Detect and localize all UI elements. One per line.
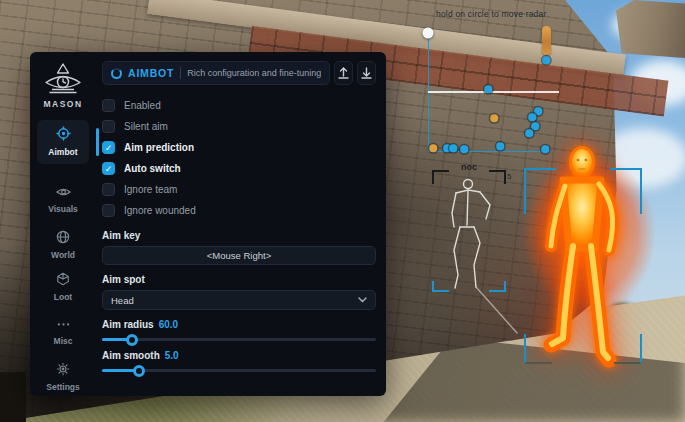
sidebar-item-label: World xyxy=(37,250,89,260)
sidebar-item-world[interactable]: World xyxy=(37,224,89,268)
radar-dot xyxy=(541,145,549,153)
sidebar-item-label: Settings xyxy=(37,382,89,392)
sidebar-item-settings[interactable]: Settings xyxy=(37,356,89,400)
brand-name: MASON xyxy=(30,99,96,109)
checkbox-label: Aim prediction xyxy=(124,142,194,153)
radar-dot xyxy=(528,113,536,121)
chevron-down-icon xyxy=(358,297,367,303)
radar-dot xyxy=(460,145,468,153)
esp-player-box xyxy=(524,168,642,364)
bracket-corner xyxy=(610,168,642,214)
sidebar-item-label: Aimbot xyxy=(37,147,89,157)
radar-dot xyxy=(531,122,539,130)
ruin-fragment xyxy=(616,0,685,58)
radar-dot xyxy=(449,144,457,152)
checkbox-ignore-team[interactable]: ✓ Ignore team xyxy=(102,179,376,200)
sidebar-item-label: Visuals xyxy=(37,204,89,214)
checkbox-label: Ignore team xyxy=(124,184,177,195)
sidebar-item-loot[interactable]: Loot xyxy=(37,266,89,310)
slider-label: Aim radius xyxy=(102,319,154,330)
brand: MASON xyxy=(30,62,96,109)
checkbox-enabled[interactable]: ✓ Enabled xyxy=(102,95,376,116)
sidebar: MASON Aimbot Visuals World xyxy=(30,52,96,396)
radar-dot xyxy=(496,142,504,150)
radar-marker-capsule xyxy=(542,26,551,55)
cube-icon xyxy=(56,272,70,286)
checkbox-silent-aim[interactable]: ✓ Silent aim xyxy=(102,116,376,137)
crosshair-icon xyxy=(56,126,71,141)
checkbox-aim-prediction[interactable]: ✓ Aim prediction xyxy=(102,137,376,158)
cheat-menu-panel: MASON Aimbot Visuals World xyxy=(30,52,386,396)
radar-dot xyxy=(484,85,492,93)
section-header: AIMBOT Rich configuration and fine-tunin… xyxy=(102,61,330,85)
aim-smooth-slider-group: Aim smooth 5.0 xyxy=(102,350,376,372)
dots-icon xyxy=(56,317,71,330)
bracket-corner xyxy=(524,168,556,214)
checkbox-label: Silent aim xyxy=(124,121,168,132)
aim-spot-value: Head xyxy=(111,295,358,306)
slider-label: Aim smooth xyxy=(102,350,160,361)
radar-dot xyxy=(490,114,498,122)
slider-thumb[interactable] xyxy=(133,365,145,377)
wall-shadow-edge xyxy=(0,372,26,422)
checkbox-icon[interactable]: ✓ xyxy=(102,183,115,196)
radar-horizon-line xyxy=(428,91,559,93)
radar-dot xyxy=(429,144,437,152)
header-divider xyxy=(180,67,181,79)
checkbox-icon[interactable]: ✓ xyxy=(102,120,115,133)
checkbox-icon[interactable]: ✓ xyxy=(102,204,115,217)
checkbox-auto-switch[interactable]: ✓ Auto switch xyxy=(102,158,376,179)
panel-content: AIMBOT Rich configuration and fine-tunin… xyxy=(102,61,376,372)
sidebar-item-misc[interactable]: Misc xyxy=(37,310,89,354)
aim-key-button[interactable]: <Mouse Right> xyxy=(102,246,376,265)
slider-thumb[interactable] xyxy=(126,334,138,346)
globe-icon xyxy=(56,230,70,244)
sidebar-item-label: Loot xyxy=(37,292,89,302)
section-title: AIMBOT xyxy=(128,67,174,79)
slider-track[interactable] xyxy=(102,369,376,372)
brand-logo-icon xyxy=(42,62,84,96)
checkbox-icon[interactable]: ✓ xyxy=(102,162,115,175)
download-icon xyxy=(361,67,372,79)
checkbox-ignore-wounded[interactable]: ✓ Ignore wounded xyxy=(102,200,376,221)
aim-spot-label: Aim spot xyxy=(102,274,376,285)
section-subtitle: Rich configuration and fine-tuning xyxy=(187,68,321,78)
eye-icon xyxy=(56,186,71,198)
radar-drag-handle[interactable] xyxy=(423,28,434,39)
aim-spot-select[interactable]: Head xyxy=(102,290,376,310)
checkbox-label: Auto switch xyxy=(124,163,181,174)
slider-track[interactable] xyxy=(102,338,376,341)
checkbox-label: Enabled xyxy=(124,100,161,111)
bracket-corner xyxy=(614,334,642,364)
gear-icon xyxy=(56,362,70,376)
checkbox-list: ✓ Enabled ✓ Silent aim ✓ Aim prediction … xyxy=(102,95,376,221)
export-config-button[interactable] xyxy=(334,61,353,85)
aim-key-label: Aim key xyxy=(102,230,376,241)
bracket-corner xyxy=(524,334,552,364)
section-spinner-icon xyxy=(111,68,122,79)
import-config-button[interactable] xyxy=(357,61,376,85)
checkbox-icon[interactable]: ✓ xyxy=(102,141,115,154)
checkbox-label: Ignore wounded xyxy=(124,205,196,216)
esp-skeleton xyxy=(440,175,525,340)
radar-dot xyxy=(525,129,533,137)
slider-value: 60.0 xyxy=(159,319,178,330)
radar-hint-text: hold on circle to move radar xyxy=(436,9,547,19)
checkbox-icon[interactable]: ✓ xyxy=(102,99,115,112)
radar-dot xyxy=(542,56,550,64)
sidebar-item-visuals[interactable]: Visuals xyxy=(37,178,89,222)
slider-value: 5.0 xyxy=(165,350,179,361)
sidebar-item-label: Misc xyxy=(37,336,89,346)
aim-radius-slider-group: Aim radius 60.0 xyxy=(102,319,376,341)
upload-icon xyxy=(338,67,349,79)
sidebar-item-aimbot[interactable]: Aimbot xyxy=(37,120,89,164)
